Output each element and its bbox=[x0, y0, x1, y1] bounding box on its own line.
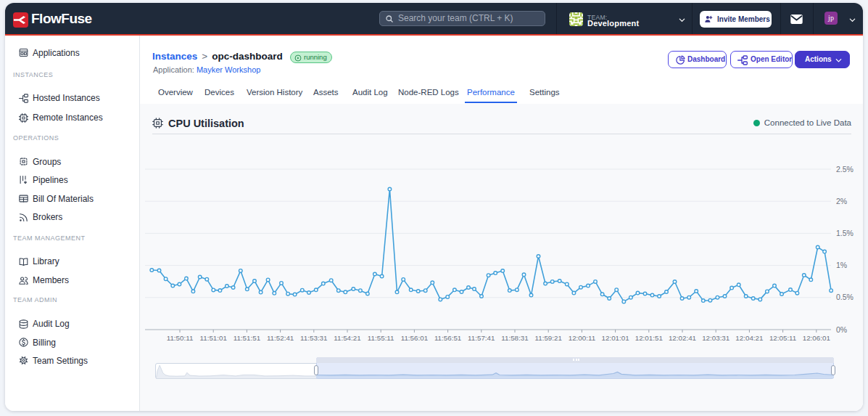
svg-text:11:59:21: 11:59:21 bbox=[534, 334, 561, 342]
svg-text:11:58:31: 11:58:31 bbox=[501, 334, 528, 342]
svg-text:0.5%: 0.5% bbox=[836, 293, 853, 301]
svg-text:11:54:21: 11:54:21 bbox=[334, 334, 360, 342]
svg-text:2.5%: 2.5% bbox=[836, 165, 853, 174]
svg-text:11:50:11: 11:50:11 bbox=[167, 334, 194, 342]
svg-text:1%: 1% bbox=[836, 261, 847, 269]
svg-text:11:56:51: 11:56:51 bbox=[434, 334, 461, 342]
svg-text:12:02:41: 12:02:41 bbox=[669, 334, 696, 342]
svg-text:12:06:01: 12:06:01 bbox=[803, 334, 830, 342]
svg-text:11:55:11: 11:55:11 bbox=[368, 334, 394, 342]
svg-text:12:03:31: 12:03:31 bbox=[702, 334, 729, 342]
svg-text:11:53:31: 11:53:31 bbox=[300, 334, 327, 342]
svg-text:12:00:11: 12:00:11 bbox=[569, 334, 595, 342]
svg-text:12:05:11: 12:05:11 bbox=[769, 334, 796, 342]
svg-text:11:51:01: 11:51:01 bbox=[199, 334, 226, 342]
svg-text:0%: 0% bbox=[836, 325, 847, 334]
svg-text:12:04:21: 12:04:21 bbox=[735, 334, 763, 342]
svg-text:1.5%: 1.5% bbox=[836, 229, 853, 237]
svg-text:12:01:51: 12:01:51 bbox=[635, 334, 663, 342]
svg-text:11:51:51: 11:51:51 bbox=[233, 334, 260, 342]
svg-text:12:01:01: 12:01:01 bbox=[602, 334, 629, 342]
svg-text:2%: 2% bbox=[836, 197, 847, 205]
svg-text:11:52:41: 11:52:41 bbox=[267, 334, 294, 342]
svg-text:11:57:41: 11:57:41 bbox=[468, 334, 495, 342]
svg-text:11:56:01: 11:56:01 bbox=[401, 334, 428, 342]
